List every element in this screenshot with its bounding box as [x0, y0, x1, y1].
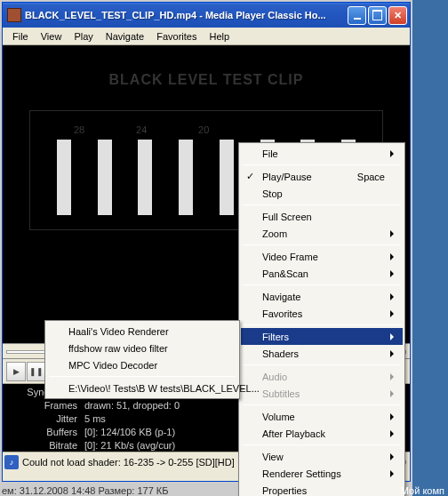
menu-view[interactable]: View — [35, 29, 68, 44]
ctx-filters[interactable]: Filters — [241, 328, 403, 345]
minimize-button[interactable] — [348, 6, 366, 25]
ctx-play-pause[interactable]: Play/PauseSpace — [241, 168, 403, 185]
filter-haali[interactable]: Haali's Video Renderer — [47, 323, 237, 340]
ctx-zoom[interactable]: Zoom — [241, 225, 403, 242]
ctx-video-frame[interactable]: Video Frame — [241, 248, 403, 265]
ctx-view[interactable]: View — [241, 448, 403, 465]
clip-title: BLACK LEVEL TEST CLIP — [3, 45, 410, 88]
pause-button[interactable]: ❚❚ — [27, 362, 46, 381]
ctx-pan-scan[interactable]: Pan&Scan — [241, 265, 403, 282]
filter-mpc[interactable]: MPC Video Decoder — [47, 356, 237, 373]
taskbar-tooltip: ем: 31.12.2008 14:48 Размер: 177 КБ — [2, 485, 168, 496]
play-button[interactable]: ▶ — [6, 362, 26, 381]
menu-favorites[interactable]: Favorites — [150, 29, 203, 44]
app-icon — [7, 8, 21, 22]
ctx-subtitles[interactable]: Subtitles — [241, 385, 403, 402]
filter-ffdshow[interactable]: ffdshow raw video filter — [47, 340, 237, 356]
ctx-fullscreen[interactable]: Full Screen — [241, 208, 403, 225]
filters-submenu: Haali's Video Renderer ffdshow raw video… — [44, 320, 240, 399]
ctx-stop[interactable]: Stop — [241, 185, 403, 202]
ctx-navigate[interactable]: Navigate — [241, 288, 403, 305]
menu-file[interactable]: File — [6, 29, 35, 44]
window-title: BLACK_LEVEL_TEST_CLIP_HD.mp4 - Media Pla… — [25, 10, 348, 20]
ctx-audio[interactable]: Audio — [241, 368, 403, 385]
menu-play[interactable]: Play — [68, 29, 99, 44]
context-menu: File Play/PauseSpace Stop Full Screen Zo… — [238, 142, 405, 496]
status-icon: ♪ — [4, 455, 19, 469]
titlebar[interactable]: BLACK_LEVEL_TEST_CLIP_HD.mp4 - Media Pla… — [3, 3, 410, 28]
ctx-file[interactable]: File — [241, 145, 403, 162]
ctx-renderer-settings[interactable]: Renderer Settings — [241, 465, 403, 482]
ctx-shaders[interactable]: Shaders — [241, 345, 403, 362]
menubar: File View Play Navigate Favorites Help — [3, 28, 410, 45]
ctx-after-playback[interactable]: After Playback — [241, 425, 403, 442]
ctx-properties[interactable]: Properties — [241, 482, 403, 496]
menu-help[interactable]: Help — [203, 29, 236, 44]
ctx-favorites[interactable]: Favorites — [241, 305, 403, 322]
filter-file-path[interactable]: E:\Video\! Tests\B W tests\BLACK_LEVEL..… — [47, 380, 237, 396]
maximize-button[interactable] — [368, 6, 387, 25]
close-button[interactable] — [388, 6, 407, 25]
ctx-volume[interactable]: Volume — [241, 408, 403, 425]
desktop-label: Мой комп — [401, 485, 444, 496]
menu-navigate[interactable]: Navigate — [100, 29, 150, 44]
